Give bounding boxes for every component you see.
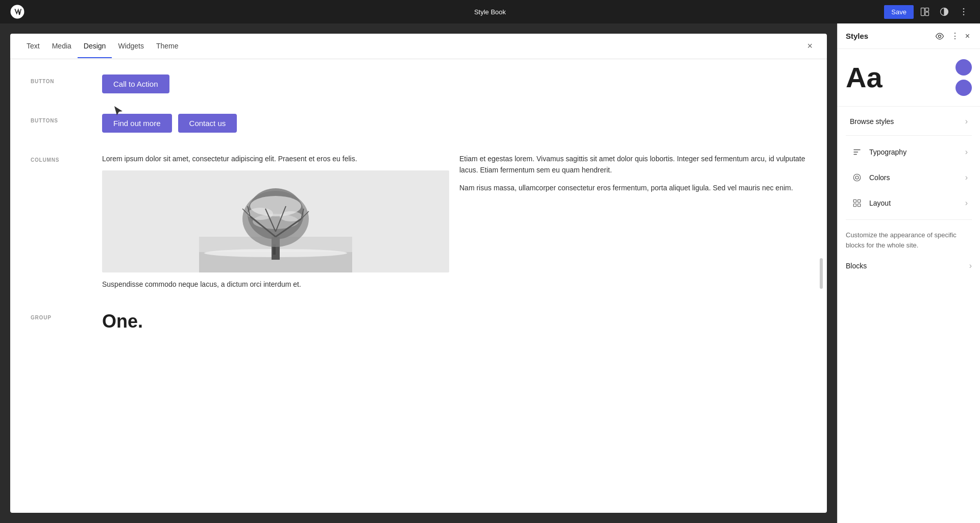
svg-point-30 — [855, 176, 859, 179]
top-bar: Style Book Save — [0, 0, 980, 23]
button-section: BUTTON Call to Action — [31, 74, 806, 93]
tab-design[interactable]: Design — [78, 35, 112, 58]
blocks-row[interactable]: Blocks › — [838, 256, 980, 276]
stylebook-panel: Text Media Design Widgets Theme × BUTTON… — [10, 34, 827, 513]
layout-label: Layout — [869, 199, 965, 207]
canvas-area: Text Media Design Widgets Theme × BUTTON… — [0, 23, 837, 523]
styles-header: Styles ⋮ × — [838, 23, 980, 49]
svg-rect-31 — [853, 200, 856, 202]
svg-point-6 — [963, 11, 965, 13]
button-section-label: BUTTON — [31, 74, 102, 84]
group-section: GROUP One. — [31, 311, 806, 332]
svg-point-7 — [963, 14, 965, 16]
cta-button[interactable]: Call to Action — [102, 74, 169, 93]
svg-point-5 — [963, 8, 965, 9]
column-right: Etiam et egestas lorem. Vivamus sagittis… — [459, 153, 806, 290]
styles-divider-1 — [846, 135, 972, 136]
styles-description: Customize the appearance of specific blo… — [838, 224, 980, 256]
layout-icon-btn[interactable] — [917, 4, 933, 20]
tab-theme[interactable]: Theme — [150, 35, 185, 58]
layout-icon — [850, 196, 864, 210]
styles-divider-2 — [846, 219, 972, 220]
buttons-section-content: Find out more Contact us — [102, 114, 806, 133]
svg-rect-2 — [925, 8, 929, 12]
page-title: Style Book — [474, 8, 506, 16]
contact-us-button[interactable]: Contact us — [178, 114, 237, 133]
colors-label: Colors — [869, 173, 965, 182]
scroll-indicator[interactable] — [820, 258, 823, 289]
main-layout: Text Media Design Widgets Theme × BUTTON… — [0, 23, 980, 523]
svg-rect-33 — [853, 204, 856, 207]
col1-text: Lorem ipsum dolor sit amet, consectetur … — [102, 153, 449, 164]
svg-point-19 — [253, 214, 299, 229]
styles-close-btn[interactable]: × — [963, 30, 972, 43]
typography-item[interactable]: Typography › — [842, 140, 976, 164]
tab-text[interactable]: Text — [20, 35, 46, 58]
styles-header-icons: ⋮ × — [933, 29, 972, 43]
buttons-section: BUTTONS Find out more Contact us — [31, 114, 806, 133]
group-section-label: GROUP — [31, 311, 102, 320]
tab-widgets[interactable]: Widgets — [112, 35, 150, 58]
svg-rect-34 — [858, 204, 861, 207]
browse-styles-label: Browse styles — [850, 117, 965, 126]
blocks-arrow: › — [969, 261, 972, 270]
more-options-btn[interactable] — [955, 4, 972, 20]
tab-media[interactable]: Media — [46, 35, 78, 58]
columns-section: COLUMNS Lorem ipsum dolor sit amet, cons… — [31, 153, 806, 290]
find-out-more-button[interactable]: Find out more — [102, 114, 172, 133]
styles-preview: Aa — [838, 49, 980, 107]
button-section-content: Call to Action — [102, 74, 806, 93]
typography-icon — [850, 145, 864, 159]
styles-eye-btn[interactable] — [933, 29, 947, 43]
colors-arrow: › — [965, 173, 968, 182]
columns-content: Lorem ipsum dolor sit amet, consectetur … — [102, 153, 806, 290]
styles-panel-title: Styles — [846, 32, 933, 40]
aa-typography-preview: Aa — [846, 63, 883, 92]
top-bar-left — [8, 3, 27, 21]
group-text: One. — [102, 311, 143, 332]
save-button[interactable]: Save — [884, 5, 914, 19]
styles-panel: Styles ⋮ × Aa — [837, 23, 980, 523]
svg-point-28 — [938, 35, 941, 37]
typography-arrow: › — [965, 147, 968, 157]
svg-point-29 — [853, 174, 861, 181]
col1-caption: Suspendisse commodo neque lacus, a dictu… — [102, 279, 449, 290]
color-dots — [955, 59, 972, 96]
svg-rect-32 — [858, 200, 861, 202]
stylebook-tabs: Text Media Design Widgets Theme × — [10, 34, 827, 59]
columns-section-label: COLUMNS — [31, 153, 102, 163]
top-bar-right: Save — [884, 4, 972, 20]
column-left: Lorem ipsum dolor sit amet, consectetur … — [102, 153, 449, 290]
blocks-label: Blocks — [846, 262, 969, 270]
layout-item[interactable]: Layout › — [842, 191, 976, 215]
layout-arrow: › — [965, 198, 968, 208]
col2-text1: Etiam et egestas lorem. Vivamus sagittis… — [459, 153, 806, 176]
styles-more-btn[interactable]: ⋮ — [949, 29, 961, 43]
theme-toggle-btn[interactable] — [936, 4, 952, 20]
colors-icon — [850, 170, 864, 185]
typography-label: Typography — [869, 148, 965, 156]
buttons-section-label: BUTTONS — [31, 114, 102, 123]
colors-item[interactable]: Colors › — [842, 165, 976, 190]
color-dot-1 — [955, 59, 972, 76]
group-section-content: One. — [102, 311, 806, 332]
col2-text2: Nam risus massa, ullamcorper consectetur… — [459, 182, 806, 193]
stylebook-content[interactable]: BUTTON Call to Action BUTTONS Find out m… — [10, 59, 827, 513]
browse-styles-arrow: › — [965, 117, 968, 126]
wp-logo[interactable] — [8, 3, 27, 21]
tree-image — [102, 170, 449, 272]
color-dot-2 — [955, 80, 972, 96]
styles-list: Browse styles › Typography › — [838, 107, 980, 523]
close-button[interactable]: × — [803, 39, 817, 54]
svg-rect-1 — [921, 8, 925, 16]
svg-rect-3 — [925, 12, 929, 16]
browse-styles-item[interactable]: Browse styles › — [842, 112, 976, 131]
